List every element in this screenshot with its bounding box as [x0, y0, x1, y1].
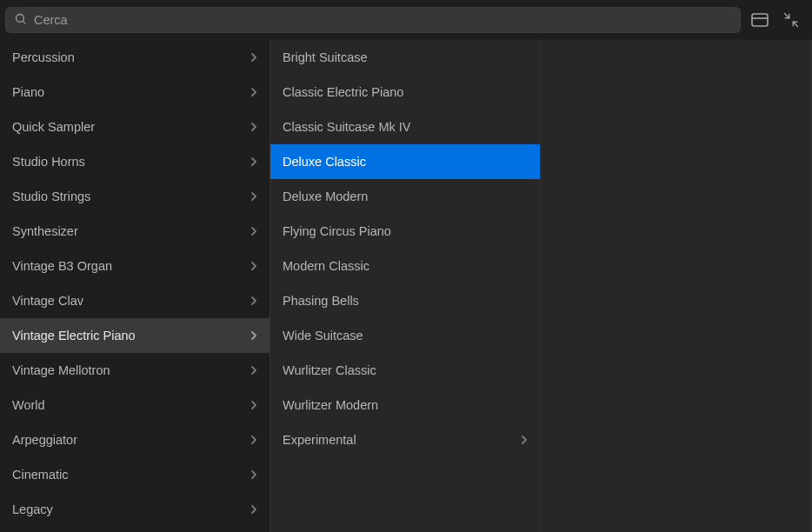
list-item-label: Percussion	[12, 50, 250, 64]
list-item[interactable]: World	[0, 388, 270, 422]
list-item-label: Modern Classic	[283, 259, 528, 273]
list-item[interactable]: Bright Suitcase	[270, 40, 540, 75]
list-item[interactable]: Deluxe Modern	[270, 179, 540, 214]
chevron-right-icon	[250, 435, 257, 445]
list-item-label: Arpeggiator	[12, 433, 250, 447]
list-item[interactable]: Cinematic	[0, 457, 270, 492]
svg-line-4	[785, 14, 789, 18]
chevron-right-icon	[250, 226, 257, 236]
list-item[interactable]: Flying Circus Piano	[270, 214, 540, 249]
list-item-label: Deluxe Classic	[283, 155, 528, 169]
list-item-label: Experimental	[283, 433, 521, 447]
chevron-right-icon	[250, 191, 257, 202]
list-item[interactable]: Vintage Electric Piano	[0, 318, 270, 353]
list-item[interactable]: Wurlitzer Modern	[270, 388, 540, 422]
svg-line-5	[793, 22, 797, 26]
topbar	[0, 0, 812, 40]
list-item[interactable]: Experimental	[270, 422, 540, 457]
list-item-label: Vintage Electric Piano	[12, 329, 250, 342]
collapse-icon[interactable]	[782, 11, 800, 29]
svg-rect-2	[752, 14, 768, 26]
list-item-label: Vintage Clav	[12, 294, 250, 308]
chevron-right-icon	[250, 504, 257, 515]
chevron-right-icon	[250, 156, 257, 167]
list-item[interactable]: Legacy	[0, 492, 270, 527]
chevron-right-icon	[250, 52, 257, 63]
svg-point-0	[17, 14, 24, 22]
column-1: PercussionPianoQuick SamplerStudio Horns…	[0, 40, 270, 532]
list-item[interactable]: Wide Suitcase	[270, 318, 540, 353]
search-field[interactable]	[5, 7, 741, 33]
list-item-label: Studio Horns	[12, 155, 250, 169]
list-item-label: Cinematic	[12, 468, 250, 482]
list-item-label: Legacy	[12, 502, 250, 516]
list-item-label: Classic Electric Piano	[283, 85, 528, 99]
list-item[interactable]: Vintage Mellotron	[0, 353, 270, 388]
chevron-right-icon	[521, 435, 528, 445]
list-item[interactable]: Percussion	[0, 40, 270, 75]
search-input[interactable]	[27, 13, 732, 27]
list-item-label: Wide Suitcase	[283, 329, 528, 342]
chevron-right-icon	[250, 365, 257, 376]
column-3	[541, 40, 812, 532]
list-item-label: Classic Suitcase Mk IV	[283, 120, 528, 134]
list-item-label: Flying Circus Piano	[283, 224, 528, 238]
list-item[interactable]: Piano	[0, 75, 270, 110]
column-2: Bright SuitcaseClassic Electric PianoCla…	[270, 40, 541, 532]
list-item[interactable]: Quick Sampler	[0, 110, 270, 144]
chevron-right-icon	[250, 261, 257, 271]
browser-icon[interactable]	[751, 11, 769, 29]
list-item[interactable]: Classic Electric Piano	[270, 75, 540, 110]
search-icon	[14, 12, 27, 29]
list-item[interactable]: Vintage B3 Organ	[0, 249, 270, 283]
list-item-label: Synthesizer	[12, 224, 250, 238]
chevron-right-icon	[250, 400, 257, 410]
list-item-label: Piano	[12, 85, 250, 99]
list-item-label: Phasing Bells	[283, 294, 528, 308]
chevron-right-icon	[250, 330, 257, 341]
list-item[interactable]: Phasing Bells	[270, 283, 540, 318]
list-item-label: Wurlitzer Classic	[283, 363, 528, 377]
list-item-label: Wurlitzer Modern	[283, 398, 528, 412]
svg-line-1	[23, 21, 25, 23]
list-item[interactable]: Deluxe Classic	[270, 144, 540, 179]
browser-columns: PercussionPianoQuick SamplerStudio Horns…	[0, 40, 812, 532]
chevron-right-icon	[250, 122, 257, 132]
list-item[interactable]: Wurlitzer Classic	[270, 353, 540, 388]
list-item-label: Deluxe Modern	[283, 190, 528, 203]
list-item-label: Vintage B3 Organ	[12, 259, 250, 273]
chevron-right-icon	[250, 87, 257, 97]
list-item-label: World	[12, 398, 250, 412]
list-item[interactable]: Modern Classic	[270, 249, 540, 283]
chevron-right-icon	[250, 469, 257, 480]
list-item-label: Quick Sampler	[12, 120, 250, 134]
list-item-label: Studio Strings	[12, 190, 250, 203]
list-item[interactable]: Synthesizer	[0, 214, 270, 249]
list-item[interactable]: Vintage Clav	[0, 283, 270, 318]
list-item-label: Bright Suitcase	[283, 50, 528, 64]
list-item[interactable]: Classic Suitcase Mk IV	[270, 110, 540, 144]
top-actions	[751, 11, 803, 29]
chevron-right-icon	[250, 296, 257, 306]
list-item[interactable]: Studio Strings	[0, 179, 270, 214]
list-item-label: Vintage Mellotron	[12, 363, 250, 377]
list-item[interactable]: Studio Horns	[0, 144, 270, 179]
list-item[interactable]: Arpeggiator	[0, 422, 270, 457]
